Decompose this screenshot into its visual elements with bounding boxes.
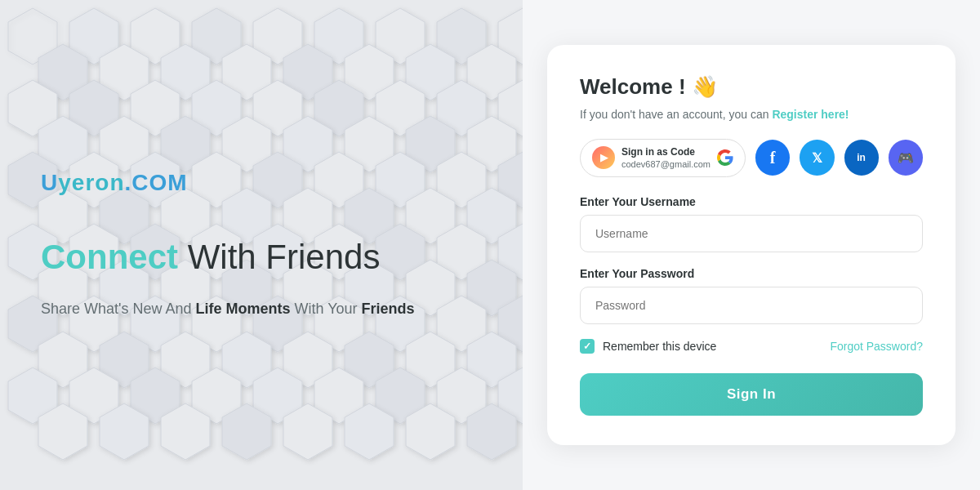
subheadline-part2: With Your: [291, 301, 362, 317]
password-group: Enter Your Password: [580, 267, 923, 324]
subheadline-bold1: Life Moments: [196, 301, 291, 317]
facebook-icon: f: [770, 149, 776, 167]
social-signin-row: ▶ Sign in as Code codev687@gmail.com f 𝕏: [580, 139, 923, 178]
remember-left: Remember this device: [580, 339, 716, 354]
register-link[interactable]: Register here!: [772, 108, 849, 121]
password-label: Enter Your Password: [580, 267, 923, 280]
subheadline-bold2: Friends: [362, 301, 415, 317]
password-input[interactable]: [580, 287, 923, 324]
headline: Connect With Friends: [41, 237, 482, 278]
remember-checkbox[interactable]: [580, 339, 595, 354]
facebook-signin-button[interactable]: f: [755, 140, 790, 176]
twitter-signin-button[interactable]: 𝕏: [800, 140, 834, 176]
google-signin-name: Sign in as Code: [621, 146, 710, 159]
welcome-title: Welcome ! 👋: [580, 74, 923, 100]
google-signin-email: codev687@gmail.com: [621, 158, 710, 170]
left-content: Uyeron.COM Connect With Friends Share Wh…: [41, 170, 482, 319]
discord-signin-button[interactable]: 🎮: [889, 140, 923, 176]
username-group: Enter Your Username: [580, 195, 923, 252]
logo-domain: .COM: [124, 170, 187, 195]
logo-yeron: yeron: [58, 170, 124, 195]
remember-row: Remember this device Forgot Password?: [580, 339, 923, 354]
subheadline-part1: Share What's New And: [41, 301, 196, 317]
logo: Uyeron.COM: [41, 170, 482, 196]
subheadline: Share What's New And Life Moments With Y…: [41, 298, 482, 320]
signin-button[interactable]: Sign In: [580, 373, 923, 416]
google-signin-avatar: ▶: [592, 146, 615, 169]
headline-connect: Connect: [41, 238, 178, 276]
discord-icon: 🎮: [898, 150, 914, 166]
register-prompt: If you don't have an account, you can Re…: [580, 108, 923, 121]
headline-rest: With Friends: [178, 238, 380, 276]
left-panel: Uyeron.COM Connect With Friends Share Wh…: [0, 0, 523, 490]
username-input[interactable]: [580, 215, 923, 252]
google-icon: [717, 149, 733, 166]
right-panel: Welcome ! 👋 If you don't have an account…: [523, 0, 980, 490]
remember-label: Remember this device: [603, 340, 716, 353]
login-card: Welcome ! 👋 If you don't have an account…: [547, 45, 956, 446]
forgot-password-link[interactable]: Forgot Password?: [830, 340, 923, 353]
twitter-icon: 𝕏: [812, 150, 822, 166]
username-label: Enter Your Username: [580, 195, 923, 208]
google-signin-button[interactable]: ▶ Sign in as Code codev687@gmail.com: [580, 139, 746, 178]
linkedin-icon: in: [857, 152, 866, 163]
google-signin-text: Sign in as Code codev687@gmail.com: [621, 146, 710, 171]
linkedin-signin-button[interactable]: in: [844, 140, 879, 176]
logo-u: U: [41, 170, 58, 195]
